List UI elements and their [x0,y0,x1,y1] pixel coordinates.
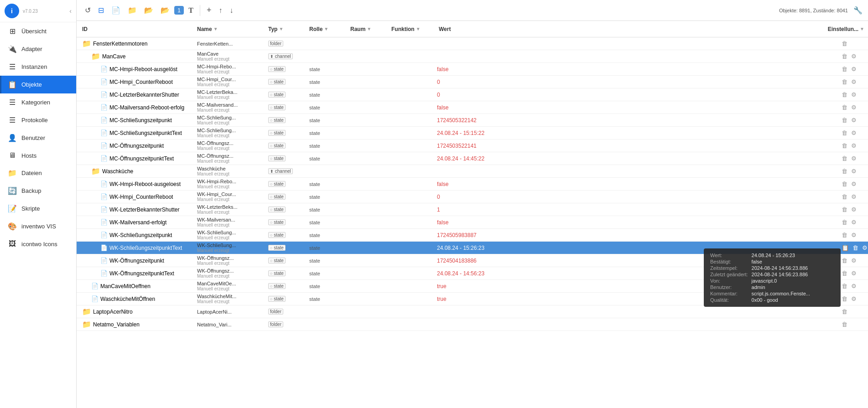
table-row[interactable]: 📄 MC-Schließungszeitpunkt MC-Schließung.… [77,114,868,127]
col-header-typ[interactable]: Typ ▼ [268,26,309,32]
view-table-button[interactable]: ⊟ [95,4,107,16]
sidebar-collapse-btn[interactable]: ‹ [69,7,72,15]
table-row[interactable]: 📄 WK-Öffnungszeitpunkt WK-Öffnungsz... M… [77,254,868,267]
table-row[interactable]: 📄 MC-Hmpi_CounterReboot MC-Hmpi_Cour... … [77,76,868,88]
delete-button[interactable]: 🗑 [841,320,848,329]
settings-button[interactable]: ⚙ [850,231,858,239]
settings-button[interactable]: ⚙ [850,65,858,73]
table-row[interactable]: 📄 MC-Hmpi-Reboot-ausgelöst MC-Hmpi-Rebo.… [77,63,868,76]
settings-button[interactable]: ⚙ [850,90,858,99]
settings-button[interactable]: ⚙ [850,52,858,61]
settings-button[interactable]: ⚙ [850,256,858,265]
settings-button[interactable]: ⚙ [850,269,858,278]
delete-button[interactable]: 🗑 [841,39,848,48]
settings-button[interactable]: ⚙ [861,243,868,252]
toolbar-wrench-button[interactable]: 🔧 [853,6,863,15]
settings-button[interactable]: ⚙ [850,180,858,188]
table-row[interactable]: 📄 WK-Schließungszeitpunkt WK-Schließung.… [77,229,868,242]
delete-button[interactable]: 🗑 [841,154,848,163]
table-row[interactable]: 📁 Waschküche Waschküche Manuell erzeugt … [77,165,868,178]
sidebar-item-uebersicht[interactable]: ⊞ Übersicht [0,22,76,40]
col-header-raum[interactable]: Raum ▼ [350,26,391,32]
table-row[interactable]: 📄 WK-SchließungszeitpunktText WK-Schließ… [77,242,868,254]
delete-button[interactable]: 🗑 [841,141,848,150]
delete-button[interactable]: 🗑 [841,52,848,61]
delete-button[interactable]: 🗑 [841,180,848,188]
view-json-button[interactable]: 📄 [109,4,123,16]
delete-button[interactable]: 🗑 [841,205,848,214]
settings-button[interactable]: ⚙ [850,294,858,303]
delete-button[interactable]: 🗑 [841,307,848,316]
sidebar-item-inventwo-vis[interactable]: 🎨 inventwo VIS [0,217,76,235]
delete-button[interactable]: 🗑 [852,243,859,252]
download-button[interactable]: ↓ [227,5,236,16]
col-header-name[interactable]: Name ▼ [195,26,268,32]
settings-button[interactable]: ⚙ [850,77,858,86]
settings-button[interactable]: ⚙ [850,154,858,163]
table-row[interactable]: 📄 WaschkücheMitÖffnen WaschkücheMit... M… [77,293,868,305]
table-row[interactable]: 📁 LaptopAcerNitro LaptopAcerNi... folder… [77,305,868,318]
sidebar-item-icontwo-icons[interactable]: 🖼 icontwo Icons [0,235,76,253]
delete-button[interactable]: 🗑 [841,294,848,303]
sidebar-item-hosts[interactable]: 🖥 Hosts [0,147,76,164]
cell-actions: 🗑 ⚙ [841,52,868,61]
table-row[interactable]: 📄 WK-Mailversand-erfolgt WK-Mailversan..… [77,216,868,229]
table-row[interactable]: 📄 ManCaveMitOeffnen ManCaveMitOe... Manu… [77,280,868,293]
settings-button[interactable]: ⚙ [850,103,858,112]
folder-blue-button[interactable]: 📂 [158,4,172,16]
table-row[interactable]: 📁 ManCave ManCave Manuell erzeugt ⬆ chan… [77,50,868,63]
delete-button[interactable]: 🗑 [841,269,848,278]
refresh-button[interactable]: ↺ [82,4,94,16]
table-row[interactable]: 📄 WK-LetzterBekannterShutter WK-LetzterB… [77,203,868,216]
sidebar-item-skripte[interactable]: 📝 Skripte [0,200,76,217]
table-row[interactable]: 📁 Netatmo_Variablen Netatmo_Vari... fold… [77,318,868,331]
settings-button[interactable]: ⚙ [850,192,858,201]
delete-button[interactable]: 🗑 [841,231,848,239]
delete-button[interactable]: 🗑 [841,116,848,124]
settings-button[interactable]: ⚙ [850,129,858,137]
settings-button[interactable]: ⚙ [850,167,858,176]
settings-button[interactable]: ⚙ [850,282,858,290]
delete-button[interactable]: 🗑 [841,90,848,99]
settings-button[interactable]: ⚙ [850,116,858,124]
sidebar-item-adapter[interactable]: 🔌 Adapter [0,40,76,58]
sidebar-item-kategorien[interactable]: ☰ Kategorien [0,93,76,111]
table-row[interactable]: 📄 MC-LetzterBekannterShutter MC-LetzterB… [77,88,868,101]
sidebar-item-backup[interactable]: 🔄 Backup [0,182,76,200]
text-icon-button[interactable]: T [186,5,196,16]
sidebar-item-dateien[interactable]: 📁 Dateien [0,164,76,182]
table-row[interactable]: 📁 FensterKettenmotoren FensterKetten... … [77,37,868,50]
folder-open-button[interactable]: 📂 [141,4,156,16]
col-header-funktion[interactable]: Funktion ▼ [391,26,437,32]
settings-button[interactable]: ⚙ [850,141,858,150]
folder-closed-button[interactable]: 📁 [125,4,140,16]
table-row[interactable]: 📄 WK-Hmpi_CounterReboot WK-Hmpi_Cour... … [77,191,868,203]
delete-button[interactable]: 🗑 [841,65,848,73]
table-row[interactable]: 📄 MC-SchließungszeitpunktText MC-Schließ… [77,127,868,139]
sidebar-item-protokolle[interactable]: ☰ Protokolle [0,111,76,129]
sidebar-item-benutzer[interactable]: 👤 Benutzer [0,129,76,147]
sidebar-item-objekte[interactable]: 📋 Objekte [0,76,76,93]
col-header-rolle[interactable]: Rolle ▼ [309,26,350,32]
delete-button[interactable]: 🗑 [841,282,848,290]
badge-button[interactable]: 1 [174,6,184,15]
settings-button[interactable]: ⚙ [850,205,858,214]
delete-button[interactable]: 🗑 [841,256,848,265]
delete-button[interactable]: 🗑 [841,103,848,112]
upload-button[interactable]: ↑ [216,5,225,16]
delete-button[interactable]: 🗑 [841,77,848,86]
table-row[interactable]: 📄 MC-Mailversand-Reboot-erfolg MC-Mailve… [77,101,868,114]
delete-button[interactable]: 🗑 [841,129,848,137]
settings-button[interactable]: ⚙ [850,218,858,227]
delete-button[interactable]: 🗑 [841,192,848,201]
add-button[interactable]: + [204,4,214,17]
table-row[interactable]: 📄 MC-Öffnungszeitpunkt MC-Öffnungsz... M… [77,139,868,152]
delete-button[interactable]: 🗑 [841,218,848,227]
sidebar-item-instanzen[interactable]: ☰ Instanzen [0,58,76,76]
copy-button[interactable]: 📋 [841,243,850,252]
delete-button[interactable]: 🗑 [841,167,848,176]
table-row[interactable]: 📄 WK-Hmpi-Reboot-ausgeloest WK-Hmpi-Rebo… [77,178,868,191]
col-header-einstellung[interactable]: Einstellun... ▼ [804,26,868,32]
table-row[interactable]: 📄 WK-ÖffnungszeitpunktText WK-Öffnungsz.… [77,267,868,280]
table-row[interactable]: 📄 MC-ÖffnungszeitpunktText MC-Öffnungsz.… [77,152,868,165]
